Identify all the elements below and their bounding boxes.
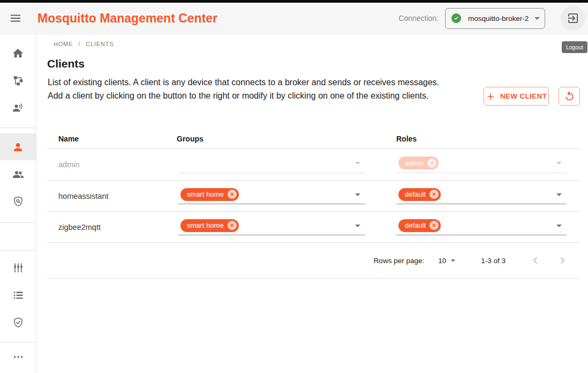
group-chip[interactable]: smart home ✕ <box>180 188 239 201</box>
column-header-roles: Roles <box>396 135 417 143</box>
chip-delete-icon[interactable]: ✕ <box>228 221 237 230</box>
app-root: Mosquitto Management Center Connection: … <box>0 0 588 373</box>
sidebar-item-roles[interactable] <box>0 188 36 215</box>
chip-delete-icon: ✕ <box>427 159 436 168</box>
column-header-name: Name <box>58 135 79 143</box>
breadcrumb-current: CLIENTS <box>86 41 114 47</box>
sidebar-item-clients[interactable] <box>0 133 36 160</box>
client-name: homeassistant <box>58 192 109 200</box>
app-bar: Mosquitto Management Center Connection: … <box>0 3 588 34</box>
sidebar-divider <box>0 222 36 223</box>
clients-icon <box>12 141 24 153</box>
groups-select[interactable]: smart home ✕ <box>178 185 365 204</box>
page-title: Clients <box>47 57 85 70</box>
roles-select[interactable]: default ✕ <box>396 216 567 235</box>
groups-select <box>178 153 365 173</box>
chip-delete-icon[interactable]: ✕ <box>228 190 237 199</box>
chip-label: default <box>405 190 426 198</box>
sidebar-divider <box>0 128 36 128</box>
clients-table: Name Groups Roles admin admin ✕ <box>47 129 580 279</box>
new-client-button[interactable]: NEW CLIENT <box>484 87 549 106</box>
chip-label: smart home <box>187 190 224 198</box>
pagination-range: 1-3 of 3 <box>481 257 506 265</box>
role-chip[interactable]: default ✕ <box>398 219 441 232</box>
page-description: List of existing clients. A client is an… <box>48 76 450 103</box>
chevron-left-icon <box>529 254 542 267</box>
sidebar-item-home[interactable] <box>0 40 36 66</box>
security-icon <box>12 317 24 329</box>
column-header-groups: Groups <box>177 135 203 143</box>
client-groups-icon <box>12 168 25 181</box>
select-caret-icon <box>553 188 566 201</box>
roles-select: admin ✕ <box>396 153 567 173</box>
select-caret-icon <box>351 219 364 232</box>
main-content: HOME / CLIENTS Logout Clients List of ex… <box>37 34 588 373</box>
sidebar <box>0 34 36 373</box>
role-chip: admin ✕ <box>398 156 439 169</box>
role-chip[interactable]: default ✕ <box>398 188 441 201</box>
more-icon <box>12 351 24 363</box>
topic-tree-icon <box>12 74 24 86</box>
settings-icon <box>12 262 24 274</box>
groups-select[interactable]: smart home ✕ <box>178 216 365 235</box>
select-caret-icon <box>553 156 566 169</box>
refresh-icon <box>564 91 575 102</box>
chip-delete-icon[interactable]: ✕ <box>429 190 439 199</box>
breadcrumb: HOME / CLIENTS <box>54 40 114 48</box>
connection-status-icon <box>451 13 461 23</box>
table-row-homeassistant[interactable]: homeassistant smart home ✕ default ✕ <box>47 181 580 212</box>
select-caret-icon <box>553 219 566 232</box>
previous-page-button[interactable] <box>529 254 542 267</box>
rows-per-page-label: Rows per page: <box>374 257 425 265</box>
chip-label: default <box>405 221 426 229</box>
connection-caret-icon <box>531 12 544 25</box>
logout-icon <box>567 12 579 25</box>
sidebar-item-client-connections[interactable] <box>0 94 36 121</box>
sidebar-item-security[interactable] <box>0 309 36 336</box>
new-client-label: NEW CLIENT <box>500 92 547 100</box>
rows-per-page-caret-icon <box>448 255 458 266</box>
chip-label: smart home <box>187 221 224 229</box>
connection-value: mosquitto-broker-2 <box>468 14 531 23</box>
rows-per-page-value: 10 <box>438 257 446 265</box>
client-connections-icon <box>12 102 24 114</box>
sidebar-item-client-groups[interactable] <box>0 161 36 188</box>
roles-icon <box>12 196 24 207</box>
client-name: zigbee2mqtt <box>58 223 101 232</box>
sidebar-item-settings[interactable] <box>0 255 36 281</box>
breadcrumb-home[interactable]: HOME <box>54 41 73 47</box>
logout-button[interactable] <box>561 6 585 31</box>
chip-delete-icon[interactable]: ✕ <box>429 221 439 230</box>
hamburger-icon <box>9 12 22 25</box>
app-title: Mosquitto Management Center <box>37 11 217 26</box>
sidebar-divider <box>0 342 36 342</box>
table-row-zigbee2mqtt[interactable]: zigbee2mqtt smart home ✕ default ✕ <box>47 212 580 243</box>
select-caret-icon <box>351 156 364 169</box>
refresh-button[interactable] <box>559 87 580 106</box>
streams-icon <box>12 289 24 301</box>
logout-tooltip: Logout <box>562 41 587 53</box>
connection-select[interactable]: mosquitto-broker-2 <box>445 8 545 29</box>
table-header: Name Groups Roles <box>47 129 580 149</box>
next-page-button[interactable] <box>556 254 569 267</box>
chevron-right-icon <box>556 254 569 267</box>
sidebar-item-topic-tree[interactable] <box>0 67 36 94</box>
chip-label: admin <box>405 159 424 167</box>
sidebar-divider <box>0 250 36 251</box>
connection-label: Connection: <box>398 14 439 23</box>
pagination-nav <box>529 254 569 267</box>
table-row-admin[interactable]: admin admin ✕ <box>47 149 580 181</box>
client-name: admin <box>58 160 80 169</box>
group-chip[interactable]: smart home ✕ <box>180 219 239 232</box>
pagination-bar: Rows per page: 10 1-3 of 3 <box>47 243 580 279</box>
sidebar-item-streams[interactable] <box>0 282 36 309</box>
breadcrumb-separator: / <box>78 40 80 48</box>
appbar-right: Connection: mosquitto-broker-2 <box>398 6 587 31</box>
plus-icon <box>486 92 495 101</box>
home-icon <box>12 47 24 59</box>
menu-button[interactable] <box>9 11 22 25</box>
rows-per-page-select[interactable]: 10 <box>438 255 458 266</box>
roles-select[interactable]: default ✕ <box>396 185 567 204</box>
select-caret-icon <box>351 188 364 201</box>
sidebar-item-more[interactable] <box>0 344 36 370</box>
